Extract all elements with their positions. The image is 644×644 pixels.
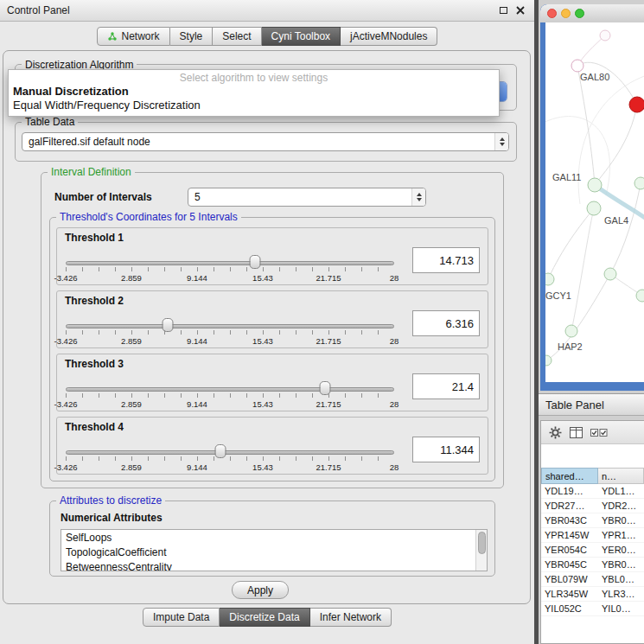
slider-track[interactable]	[66, 324, 394, 328]
red-light-icon[interactable]	[547, 9, 557, 18]
tab-infer-network[interactable]: Infer Network	[310, 608, 392, 627]
scrollbar-thumb[interactable]	[478, 532, 486, 554]
stepper-arrows-icon[interactable]	[494, 133, 508, 150]
control-panel-titlebar: Control Panel	[0, 0, 534, 22]
slider-track[interactable]	[66, 450, 394, 455]
thresholds-group-label: Threshold's Coordinates for 5 Intervals	[56, 211, 241, 223]
table-cell[interactable]: YDR27…	[541, 499, 598, 513]
table-toolbar	[541, 421, 644, 444]
slider-scale-label: 2.859	[121, 336, 142, 346]
table-cell[interactable]: YPR145W	[541, 528, 598, 542]
apply-button[interactable]: Apply	[232, 581, 289, 599]
threshold-3-slider[interactable]: -3.4262.8599.14415.4321.71528	[66, 382, 394, 410]
slider-scale-label: 15.43	[252, 273, 273, 283]
numerical-attributes-label: Numerical Attributes	[61, 512, 163, 524]
attribute-list-item[interactable]: TopologicalCoefficient	[61, 545, 475, 560]
table-row[interactable]: YDR27…YDR2…	[541, 499, 644, 513]
table-cell[interactable]: YBR043C	[541, 513, 598, 527]
slider-scale-label: 15.43	[252, 336, 273, 346]
slider-scale-label: 21.715	[316, 273, 341, 283]
table-row[interactable]: YER054CYER0…	[541, 543, 644, 558]
gear-icon[interactable]	[549, 426, 562, 439]
table-cell[interactable]: YBR0…	[598, 513, 644, 527]
table-cell[interactable]: YBR045C	[541, 558, 598, 571]
tab-select[interactable]: Select	[213, 27, 261, 46]
slider-track[interactable]	[66, 261, 394, 265]
table-cell[interactable]: YDL1…	[598, 484, 644, 498]
row-select-checks-icon[interactable]	[590, 428, 608, 437]
table-cell[interactable]: YER0…	[598, 543, 644, 557]
network-window-titlebar	[540, 4, 644, 22]
table-row[interactable]: YLR345WYLR3…	[541, 587, 644, 602]
table-row[interactable]: YBL079WYBL0…	[541, 572, 644, 587]
slider-track[interactable]	[66, 387, 394, 392]
node-label-gal11: GAL11	[552, 172, 581, 182]
tab-network[interactable]: Network	[97, 27, 170, 46]
tab-impute-data[interactable]: Impute Data	[143, 608, 220, 627]
table-cell[interactable]: YIL0…	[598, 602, 644, 615]
float-icon[interactable]	[496, 3, 510, 17]
threshold-2-slider[interactable]: -3.4262.8599.14415.4321.71528	[66, 319, 394, 347]
green-light-icon[interactable]	[575, 9, 584, 18]
threshold-1-slider[interactable]: -3.4262.8599.14415.4321.71528	[66, 256, 394, 284]
threshold-3-box: Threshold 3 -3.4262.8599.14415.4321.7152…	[56, 354, 488, 411]
yellow-light-icon[interactable]	[561, 9, 571, 18]
table-panel-titlebar: Table Panel	[539, 393, 644, 416]
attribute-list-item[interactable]: SelfLoops	[61, 531, 475, 545]
table-cell[interactable]: YBL0…	[598, 572, 644, 586]
column-header-name[interactable]: n…	[598, 468, 644, 484]
tab-style[interactable]: Style	[170, 27, 214, 46]
node-label-gal4: GAL4	[604, 215, 628, 226]
node-label-gcy1: GCY1	[545, 290, 571, 301]
algorithm-dropdown-popup: Select algorithm to view settings Manual…	[8, 69, 500, 117]
close-icon[interactable]	[513, 3, 527, 17]
number-of-intervals-combobox[interactable]: 5	[188, 188, 426, 207]
slider-scale-label: -3.426	[54, 273, 78, 283]
slider-scale-label: 2.859	[121, 273, 142, 283]
node-label-hap2: HAP2	[558, 341, 583, 352]
panel-title: Control Panel	[7, 4, 493, 16]
table-row[interactable]: YPR145WYPR1…	[541, 528, 644, 543]
threshold-1-label: Threshold 1	[65, 232, 124, 244]
stepper-arrows-icon[interactable]	[411, 188, 425, 206]
table-cell[interactable]: YPR1…	[598, 528, 644, 542]
threshold-2-value-field[interactable]: 6.316	[412, 310, 480, 336]
tab-cyni-toolbox[interactable]: Cyni Toolbox	[262, 27, 341, 46]
slider-scale-label: 28	[390, 336, 399, 346]
table-cell[interactable]: YBR0…	[598, 558, 644, 571]
threshold-4-value-field[interactable]: 11.344	[412, 437, 480, 462]
attribute-list-item[interactable]: BetweennessCentrality	[61, 560, 475, 571]
columns-icon[interactable]	[570, 427, 583, 438]
table-cell[interactable]: YER054C	[541, 543, 598, 557]
table-row[interactable]: YBR043CYBR0…	[541, 513, 644, 528]
network-canvas[interactable]: GAL80 GAL11 GAL4 GCY1 HAP2	[545, 22, 644, 382]
table-data-combobox[interactable]: galFiltered.sif default node	[22, 132, 509, 151]
table-cell[interactable]: YIL052C	[541, 602, 598, 615]
table-cell[interactable]: YDR2…	[598, 499, 644, 513]
threshold-4-slider[interactable]: -3.4262.8599.14415.4321.71528	[66, 445, 394, 473]
table-row[interactable]: YIL052CYIL0…	[541, 602, 644, 616]
slider-scale-label: -3.426	[54, 462, 78, 472]
attributes-group-label: Attributes to discretize	[56, 494, 165, 507]
dropdown-option-equal-width[interactable]: Equal Width/Frequency Discretization	[9, 98, 499, 112]
table-cell[interactable]: YBL079W	[541, 572, 598, 586]
network-icon	[107, 31, 118, 41]
right-region: GAL80 GAL11 GAL4 GCY1 HAP2 Table Panel	[539, 0, 644, 644]
slider-ticks	[66, 456, 394, 461]
tab-jactivemnodules[interactable]: jActiveMNodules	[341, 27, 437, 46]
table-cell[interactable]: YDL19…	[541, 484, 598, 498]
interval-definition-label: Interval Definition	[48, 166, 135, 178]
tab-discretize-data[interactable]: Discretize Data	[220, 608, 309, 627]
attribute-list-items: SelfLoopsTopologicalCoefficientBetweenne…	[61, 531, 475, 571]
cyni-bottom-tabs: Impute Data Discretize Data Infer Networ…	[0, 608, 534, 627]
number-of-intervals-label: Number of Intervals	[54, 191, 152, 203]
list-scrollbar[interactable]	[475, 530, 487, 571]
table-row[interactable]: YDL19…YDL1…	[541, 484, 644, 499]
threshold-3-value-field[interactable]: 21.4	[412, 373, 480, 399]
table-cell[interactable]: YLR345W	[541, 587, 598, 601]
dropdown-option-manual[interactable]: Manual Discretization	[9, 84, 499, 98]
table-cell[interactable]: YLR3…	[598, 587, 644, 601]
table-row[interactable]: YBR045CYBR0…	[541, 558, 644, 572]
column-header-shared-name[interactable]: shared…	[541, 468, 598, 484]
threshold-1-value-field[interactable]: 14.713	[412, 247, 480, 273]
